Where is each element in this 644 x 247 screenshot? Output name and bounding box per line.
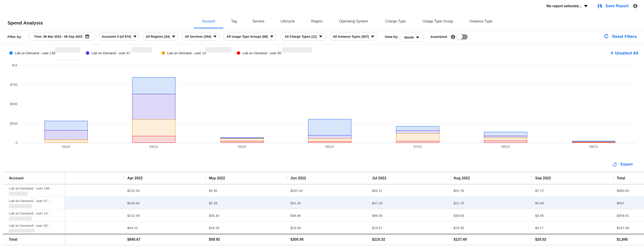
svg-text:06/22: 06/22: [326, 145, 334, 148]
svg-text:$500: $500: [10, 102, 18, 106]
svg-text:$1k: $1k: [12, 63, 18, 67]
svg-text:0: 0: [16, 141, 18, 145]
svg-text:05/22: 05/22: [238, 145, 246, 148]
svg-text:08/22: 08/22: [501, 145, 510, 148]
svg-text:04/22: 04/22: [150, 145, 158, 148]
svg-text:$750: $750: [10, 83, 18, 86]
svg-text:07/22: 07/22: [413, 145, 422, 148]
svg-text:09/22: 09/22: [590, 145, 598, 148]
svg-text:$250: $250: [10, 121, 18, 125]
svg-text:03/22: 03/22: [62, 145, 70, 148]
